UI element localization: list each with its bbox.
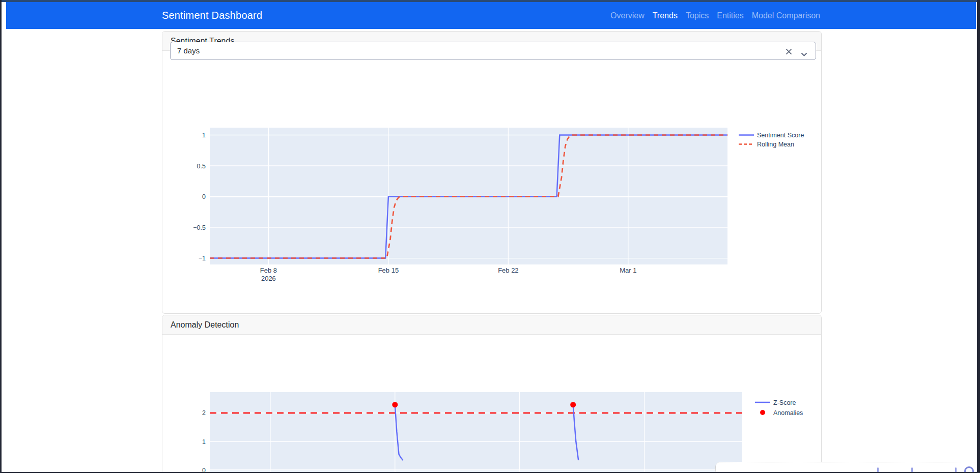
browser-frame-right (977, 0, 980, 473)
nav-link-entities[interactable]: Entities (717, 11, 743, 20)
navbar: Sentiment Dashboard OverviewTrendsTopics… (6, 2, 976, 29)
time-range-value: 7 days (177, 42, 200, 60)
nav-link-trends[interactable]: Trends (653, 11, 678, 20)
x-icon[interactable] (786, 48, 792, 57)
page-root: Sentiment Dashboard OverviewTrendsTopics… (0, 0, 980, 473)
chevron-down-icon[interactable] (801, 49, 807, 58)
time-range-dropdown[interactable]: 7 days (170, 42, 816, 60)
browser-frame-left (0, 0, 2, 473)
nav-link-overview[interactable]: Overview (610, 11, 645, 20)
browser-frame-top (0, 0, 980, 2)
nav-link-model-comparison[interactable]: Model Comparison (752, 11, 820, 20)
nav-links: OverviewTrendsTopicsEntitiesModel Compar… (610, 2, 820, 29)
app-title: Sentiment Dashboard (162, 2, 262, 29)
sentiment-trends-card: Sentiment Trends 7 days (162, 31, 822, 314)
nav-link-topics[interactable]: Topics (686, 11, 709, 20)
anomaly-detection-card-title: Anomaly Detection (162, 315, 821, 335)
anomaly-detection-card: Anomaly Detection (162, 315, 822, 473)
floating-widget[interactable] (715, 462, 980, 473)
